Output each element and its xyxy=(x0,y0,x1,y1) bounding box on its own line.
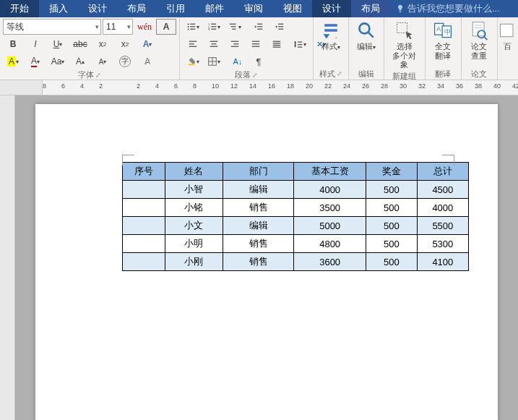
tab-引用[interactable]: 引用 xyxy=(156,0,195,17)
table-cell[interactable]: 4000 xyxy=(294,181,366,199)
font-color-button[interactable]: A▾ xyxy=(25,53,46,69)
salary-table[interactable]: 序号姓名部门基本工资奖金总计 小智编辑40005004500小铭销售350050… xyxy=(122,162,469,271)
table-cell[interactable]: 4100 xyxy=(417,253,468,271)
table-cell[interactable]: 5500 xyxy=(417,217,468,235)
enclose-char-button[interactable]: 字 xyxy=(115,53,135,69)
phonetic-guide-button[interactable]: wén xyxy=(134,19,155,35)
styles-dialog-launcher-icon[interactable]: ⤢ xyxy=(337,70,342,77)
styles-button[interactable]: 样式▾ xyxy=(316,19,345,53)
table-cell[interactable]: 500 xyxy=(366,181,417,199)
table-cell[interactable]: 4800 xyxy=(294,235,366,253)
grow-font-button[interactable]: A▴ xyxy=(70,53,90,69)
table-cell[interactable]: 小明 xyxy=(165,235,223,253)
underline-button[interactable]: U ▾ xyxy=(48,36,68,52)
table-cell[interactable] xyxy=(123,199,165,217)
tab-插入[interactable]: 插入 xyxy=(39,0,78,17)
table-cell[interactable]: 小铭 xyxy=(165,199,223,217)
table-cell[interactable] xyxy=(123,181,165,199)
paragraph-dialog-launcher-icon[interactable]: ⤢ xyxy=(252,72,258,79)
tab-邮件[interactable]: 邮件 xyxy=(195,0,234,17)
context-tab-布局[interactable]: 布局 xyxy=(351,0,390,17)
borders-button[interactable]: ▾ xyxy=(204,53,224,69)
table-cell[interactable]: 500 xyxy=(366,253,417,271)
table-cell[interactable]: 销售 xyxy=(223,235,294,253)
show-marks-button[interactable]: ¶ xyxy=(249,53,269,69)
table-cell[interactable]: 小刚 xyxy=(165,253,223,271)
align-right-button[interactable] xyxy=(225,36,245,52)
font-name-combo[interactable]: 等线▾ xyxy=(3,19,101,35)
text-effects-button[interactable]: A▾ xyxy=(137,36,157,52)
table-row[interactable]: 小文编辑50005005500 xyxy=(123,217,469,235)
table-header[interactable]: 总计 xyxy=(417,163,468,181)
strikethrough-button[interactable]: abc xyxy=(70,36,90,52)
superscript-button[interactable]: x2 xyxy=(115,36,135,52)
table-row[interactable]: 小明销售48005005300 xyxy=(123,235,469,253)
clear-formatting-button[interactable]: A̷ xyxy=(137,53,157,69)
character-border-button[interactable]: A xyxy=(156,19,176,35)
align-left-button[interactable] xyxy=(183,36,203,52)
svg-rect-32 xyxy=(252,46,260,47)
table-cell[interactable]: 编辑 xyxy=(223,217,294,235)
table-cell[interactable]: 500 xyxy=(366,217,417,235)
increase-indent-button[interactable] xyxy=(269,19,290,35)
shrink-font-button[interactable]: A▾ xyxy=(92,53,113,69)
shading-button[interactable]: ▾ xyxy=(183,53,203,69)
table-row[interactable]: 小铭销售35005004000 xyxy=(123,199,469,217)
table-cell[interactable] xyxy=(123,235,165,253)
table-cell[interactable]: 小智 xyxy=(165,181,223,199)
table-cell[interactable]: 500 xyxy=(366,235,417,253)
truncated-button[interactable]: 百 xyxy=(501,19,515,53)
table-cell[interactable] xyxy=(123,217,165,235)
tab-设计[interactable]: 设计 xyxy=(78,0,117,17)
table-header[interactable]: 基本工资 xyxy=(294,163,366,181)
subscript-button[interactable]: x2 xyxy=(92,36,113,52)
sort-button[interactable]: A↓ xyxy=(228,53,248,69)
table-cell[interactable]: 小文 xyxy=(165,217,223,235)
font-size-combo[interactable]: 11▾ xyxy=(103,19,133,35)
table-cell[interactable]: 500 xyxy=(366,199,417,217)
table-header[interactable]: 姓名 xyxy=(165,163,223,181)
table-header[interactable]: 序号 xyxy=(123,163,165,181)
table-header[interactable]: 部门 xyxy=(223,163,294,181)
tab-布局[interactable]: 布局 xyxy=(117,0,156,17)
align-distributed-button[interactable] xyxy=(267,36,287,52)
horizontal-ruler[interactable]: 8642246810121416182022242628303234363840… xyxy=(0,80,518,95)
vertical-ruler[interactable] xyxy=(0,95,15,420)
page-canvas[interactable]: 序号姓名部门基本工资奖金总计 小智编辑40005004500小铭销售350050… xyxy=(15,95,518,420)
change-case-button[interactable]: Aa▾ xyxy=(48,53,68,69)
tell-me-search[interactable]: 告诉我您想要做什么... xyxy=(390,0,518,17)
table-cell[interactable]: 5000 xyxy=(294,217,366,235)
context-tab-设计[interactable]: 设计 xyxy=(312,0,351,17)
table-cell[interactable]: 3500 xyxy=(294,199,366,217)
ruler-tick: 18 xyxy=(287,82,294,90)
select-objects-button[interactable]: 选择多个对象 xyxy=(387,19,422,71)
multilevel-list-button[interactable]: ▾ xyxy=(225,19,245,35)
numbering-button[interactable]: 123▾ xyxy=(204,19,224,35)
table-cell[interactable]: 销售 xyxy=(223,253,294,271)
table-row[interactable]: 小智编辑40005004500 xyxy=(123,181,469,199)
table-cell[interactable]: 销售 xyxy=(223,199,294,217)
paper-check-button[interactable]: 论文查重 xyxy=(465,19,494,61)
translate-button[interactable]: A中 全文翻译 xyxy=(428,19,458,61)
table-cell[interactable]: 4000 xyxy=(417,199,468,217)
align-justify-button[interactable] xyxy=(246,36,266,52)
table-header[interactable]: 奖金 xyxy=(366,163,417,181)
table-row[interactable]: 小刚销售36005004100 xyxy=(123,253,469,271)
table-cell[interactable]: 编辑 xyxy=(223,181,294,199)
table-cell[interactable]: 4500 xyxy=(417,181,468,199)
table-cell[interactable]: 5300 xyxy=(417,235,468,253)
tab-视图[interactable]: 视图 xyxy=(273,0,312,17)
font-dialog-launcher-icon[interactable]: ⤢ xyxy=(95,72,101,79)
highlight-button[interactable]: A▾ xyxy=(3,53,23,69)
decrease-indent-button[interactable] xyxy=(249,19,269,35)
align-center-button[interactable] xyxy=(204,36,224,52)
bullets-button[interactable]: ▾ xyxy=(183,19,203,35)
tab-开始[interactable]: 开始 xyxy=(0,0,39,17)
table-cell[interactable]: 3600 xyxy=(294,253,366,271)
bold-button[interactable]: B xyxy=(3,36,23,52)
table-cell[interactable] xyxy=(123,253,165,271)
editing-button[interactable]: 编辑▾ xyxy=(352,19,381,53)
tab-审阅[interactable]: 审阅 xyxy=(234,0,273,17)
italic-button[interactable]: I xyxy=(25,36,46,52)
line-spacing-button[interactable]: ▾ xyxy=(290,36,310,52)
